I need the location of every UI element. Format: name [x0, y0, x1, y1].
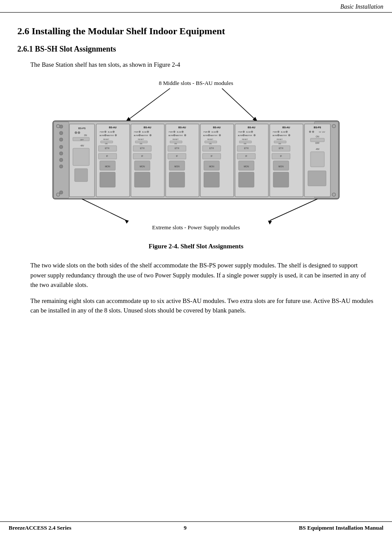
svg-text:IF: IF	[141, 155, 143, 157]
svg-text:ETH: ETH	[244, 147, 248, 150]
svg-text:12V: 12V	[322, 131, 325, 133]
intro-text: The Base Station shelf has ten slots, as…	[30, 60, 375, 69]
screw-tl7	[59, 165, 63, 168]
svg-text:OFF: OFF	[315, 142, 320, 144]
ps-left-label: BS-PS	[78, 127, 86, 130]
svg-point-25	[147, 131, 149, 133]
svg-text:IF: IF	[211, 155, 212, 157]
svg-text:ALRM: ALRM	[238, 134, 242, 137]
screw-tl4	[59, 145, 63, 149]
svg-text:ON: ON	[244, 143, 246, 145]
svg-text:BS-AU: BS-AU	[248, 126, 255, 129]
para2: The remaining eight slots can accommodat…	[30, 296, 375, 316]
arrowhead-bottom-right	[268, 221, 272, 225]
svg-point-89	[254, 134, 255, 136]
screw-bl	[59, 191, 63, 194]
svg-point-67	[208, 134, 210, 136]
svg-point-43	[173, 131, 175, 133]
corner-screw-br	[332, 193, 336, 196]
svg-text:ALRM: ALRM	[203, 134, 208, 137]
screw-tl5	[59, 152, 63, 155]
svg-text:PWR: PWR	[238, 131, 242, 133]
svg-text:5V: 5V	[319, 131, 321, 133]
svg-text:MASTER: MASTER	[176, 134, 183, 137]
svg-text:MASTER: MASTER	[245, 134, 252, 137]
led-ps-l2	[78, 132, 80, 134]
led-ps-l1	[75, 132, 77, 134]
svg-rect-39	[134, 172, 150, 187]
svg-text:IF: IF	[176, 155, 178, 157]
svg-point-7	[105, 134, 106, 136]
svg-text:MON: MON	[140, 165, 145, 168]
module-3: BS-AU PWR BLNK ALRM MASTER RESET ON ETH …	[166, 124, 199, 197]
svg-text:RESET: RESET	[207, 138, 213, 140]
svg-text:ETH: ETH	[140, 147, 144, 150]
svg-text:MASTER: MASTER	[107, 134, 114, 137]
svg-point-103	[278, 131, 279, 133]
screw-tl3	[59, 138, 63, 141]
svg-text:ALRM: ALRM	[168, 134, 173, 137]
svg-text:MASTER: MASTER	[141, 134, 148, 137]
svg-point-87	[243, 134, 245, 136]
page-footer: BreezeACCESS 2.4 Series 9 BS Equipment I…	[0, 521, 392, 534]
svg-text:-48V: -48V	[315, 148, 320, 150]
svg-text:PWR: PWR	[100, 131, 104, 133]
svg-point-63	[208, 131, 210, 133]
label-bottom: Extreme slots - Power Supply modules	[152, 224, 240, 231]
svg-point-23	[139, 131, 140, 133]
svg-rect-119	[273, 172, 289, 187]
svg-text:ON: ON	[105, 143, 108, 145]
para1: The two wide slots on the both sides of …	[30, 260, 375, 290]
svg-text:RESET: RESET	[242, 138, 248, 140]
svg-point-27	[139, 134, 140, 136]
arrow-bottom-right	[270, 199, 317, 221]
screw-tl6	[59, 158, 63, 162]
svg-rect-99	[238, 172, 254, 187]
svg-point-123	[312, 131, 314, 133]
main-content: 2.6 Installing the Modular Shelf Indoor …	[0, 13, 392, 348]
svg-point-105	[286, 131, 287, 133]
svg-text:ETH: ETH	[105, 147, 109, 150]
svg-point-9	[115, 134, 117, 136]
svg-text:RESET: RESET	[103, 138, 109, 140]
svg-point-49	[184, 134, 186, 136]
svg-text:IF: IF	[245, 155, 247, 157]
svg-text:ON: ON	[316, 135, 319, 138]
ps-off-label: OFF	[80, 139, 84, 141]
svg-text:ON: ON	[174, 143, 177, 145]
svg-text:MASTER: MASTER	[210, 134, 218, 137]
svg-text:BLNK: BLNK	[108, 131, 113, 133]
svg-text:ON: ON	[140, 143, 142, 145]
svg-point-122	[309, 131, 311, 133]
svg-text:BS-AU: BS-AU	[178, 126, 186, 129]
svg-text:BS-AU: BS-AU	[109, 126, 116, 129]
svg-text:MON: MON	[105, 165, 110, 168]
arrow-bottom-left	[82, 199, 127, 221]
corner-screw-bl	[56, 193, 60, 196]
screw-tl2	[59, 131, 63, 135]
section-title: 2.6 Installing the Modular Shelf Indoor …	[17, 26, 375, 37]
corner-screw-tl	[56, 124, 60, 128]
module-5: BS-AU PWR BLNK ALRM MASTER RESET ON ETH …	[235, 124, 268, 197]
svg-text:BS-AU: BS-AU	[213, 126, 220, 129]
svg-point-65	[216, 131, 218, 133]
svg-point-45	[182, 131, 183, 133]
module-ps-right: BS-PS 5V 12V ON OFF -48V	[304, 124, 330, 197]
svg-rect-131	[308, 171, 326, 186]
svg-text:MON: MON	[244, 165, 249, 168]
svg-text:ON: ON	[278, 143, 281, 145]
ps-on-label: ON	[84, 134, 87, 137]
svg-text:MASTER: MASTER	[280, 134, 287, 137]
ps-48v-label: -48V	[80, 145, 84, 147]
figure-container: 8 Middle slots - BS-AU modules	[17, 75, 375, 256]
svg-text:IF: IF	[106, 155, 108, 157]
svg-point-107	[278, 134, 279, 136]
svg-text:RESET: RESET	[173, 138, 179, 140]
svg-text:PWR: PWR	[134, 131, 138, 133]
figure-diagram: 8 Middle slots - BS-AU modules	[40, 75, 352, 240]
footer-right: BS Equipment Installation Manual	[299, 524, 383, 531]
svg-text:ALRM: ALRM	[99, 134, 104, 137]
arrowhead-bottom-left	[125, 220, 129, 224]
svg-point-83	[243, 131, 245, 133]
svg-text:ALRM: ALRM	[272, 134, 277, 137]
